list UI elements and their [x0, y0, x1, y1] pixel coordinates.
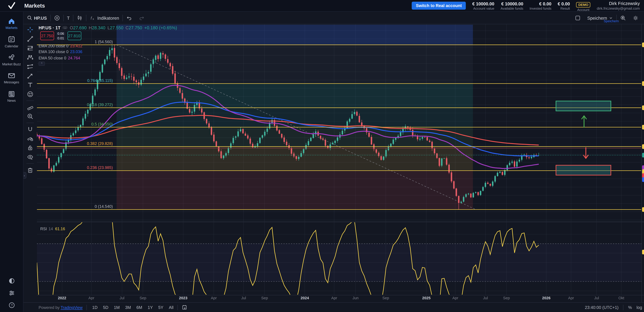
- interval-button[interactable]: T: [64, 12, 73, 24]
- stat-result: € 0.00 Result: [558, 1, 570, 10]
- powered-by-label: Powered by TradingView: [38, 305, 82, 310]
- help-icon[interactable]: ?: [8, 302, 15, 309]
- lock-all-tool-icon[interactable]: [27, 145, 34, 151]
- layout-button[interactable]: [571, 15, 584, 21]
- hide-series-button[interactable]: –: [62, 26, 68, 29]
- sell-button[interactable]: 27.750: [40, 31, 54, 40]
- log-scale-button[interactable]: log: [636, 305, 642, 310]
- remove-drawings-tool-icon[interactable]: [27, 167, 34, 173]
- chart-settings-button[interactable]: [629, 15, 642, 21]
- arrow-tool-icon[interactable]: [27, 72, 34, 79]
- envelope-icon: [8, 72, 16, 80]
- go-to-date-icon[interactable]: [182, 305, 188, 311]
- price-chip: 23.412: [642, 173, 644, 178]
- candlestick-icon: [77, 15, 83, 21]
- range-3m[interactable]: 3M: [125, 305, 131, 310]
- percent-scale-button[interactable]: %: [628, 305, 632, 310]
- price-chip: 61.16: [642, 250, 644, 254]
- range-buttons: 1D 5D 1M 3M 6M 1Y 5Y All: [92, 305, 174, 310]
- crosshair-tool-icon[interactable]: [27, 26, 34, 33]
- symbol-interval-label[interactable]: HP.US · 1T: [38, 25, 60, 30]
- svg-text:2022: 2022: [58, 296, 66, 300]
- sidebar-item-calendar[interactable]: Calendar: [5, 35, 18, 48]
- clock-label[interactable]: 23:40:00 (UTC+1): [585, 305, 618, 310]
- price-chip: 54.560: [642, 43, 644, 47]
- price-chip: 39.272: [642, 106, 644, 110]
- stat-invested-funds: € 0.00 Invested funds: [530, 1, 552, 10]
- rsi-legend-row[interactable]: RSI1461.16: [40, 226, 65, 231]
- range-6m[interactable]: 6M: [136, 305, 142, 310]
- svg-text:2026: 2026: [542, 296, 550, 300]
- price-chip: 23.036: [642, 177, 644, 182]
- target-box-upper: [556, 101, 611, 111]
- preferences-sliders-icon[interactable]: [8, 290, 15, 297]
- compare-add-button[interactable]: [50, 12, 63, 24]
- low-value: 27.550: [110, 25, 124, 30]
- theme-toggle-icon[interactable]: [8, 278, 15, 284]
- svg-text:Sep: Sep: [140, 296, 146, 300]
- sidebar-item-markets[interactable]: Markets: [6, 17, 18, 30]
- tradingview-link[interactable]: TradingView: [61, 305, 82, 310]
- svg-text:x: x: [93, 17, 94, 20]
- drawing-lock-tool-icon[interactable]: [27, 135, 34, 142]
- range-all[interactable]: All: [169, 305, 174, 310]
- undo-button[interactable]: [123, 12, 136, 24]
- fib-label: 0.618 (39.272): [87, 103, 113, 107]
- fib-label: 0.382 (29.828): [87, 141, 113, 146]
- svg-text:Apr: Apr: [568, 296, 574, 300]
- magnet-tool-icon[interactable]: [27, 126, 34, 133]
- svg-text:Okt: Okt: [618, 296, 624, 300]
- range-1y[interactable]: 1Y: [148, 305, 153, 310]
- zoom-in-tool-icon[interactable]: [27, 113, 34, 120]
- price-chart[interactable]: 1 (54.560)0.764 (45.115)0.618 (39.272)0.…: [37, 24, 644, 312]
- open-value: 27.690: [73, 25, 87, 30]
- price-chip: 29.828: [642, 144, 644, 149]
- chart-type-button[interactable]: [74, 12, 86, 24]
- chart-toolbar: HP.US T ƒx Indikatoren: [24, 12, 644, 24]
- chart-bottom-toolbar: Powered by TradingView 1D 5D 1M 3M 6M 1Y…: [24, 302, 644, 312]
- home-icon: [8, 17, 16, 25]
- fib-label: 0 (14.540): [95, 204, 113, 209]
- top-app-bar: Markets Switch to Real account € 10000.0…: [0, 0, 644, 12]
- sidebar-item-messages[interactable]: Messages: [4, 72, 19, 84]
- broker-logo[interactable]: [0, 1, 24, 10]
- range-1d[interactable]: 1D: [92, 305, 98, 310]
- text-tool-icon[interactable]: [27, 82, 34, 88]
- svg-text:2023: 2023: [179, 296, 188, 300]
- hide-drawings-tool-icon[interactable]: [27, 154, 34, 160]
- fib-label: 0.764 (45.115): [87, 78, 113, 83]
- close-value: 27.750: [129, 25, 142, 30]
- legend-collapse-button[interactable]: ^: [38, 61, 45, 66]
- page-title: Markets: [24, 2, 45, 9]
- svg-text:Jul: Jul: [120, 296, 124, 300]
- ema-100-row[interactable]: EMA 100 close 023.036: [38, 49, 82, 54]
- high-value: 28.340: [92, 25, 106, 30]
- gear-icon: [633, 15, 638, 21]
- buy-button[interactable]: 27.810: [67, 31, 81, 40]
- parallel-channel-tool-icon[interactable]: [27, 63, 34, 70]
- screenshot-button[interactable]: [642, 15, 644, 21]
- fib-retracement-tool-icon[interactable]: [27, 45, 34, 51]
- measure-tool-icon[interactable]: [27, 104, 34, 111]
- ema-200-row[interactable]: EMA 200 close 023.412: [38, 44, 82, 48]
- sidebar-item-market-buzz[interactable]: Market Buzz: [2, 53, 21, 66]
- range-5y[interactable]: 5Y: [158, 305, 164, 310]
- range-1m[interactable]: 1M: [114, 305, 120, 310]
- range-5d[interactable]: 5D: [103, 305, 108, 310]
- spread-values: 0.06 0.01: [56, 32, 65, 40]
- symbol-search[interactable]: HP.US: [24, 12, 50, 24]
- redo-button[interactable]: [136, 12, 148, 24]
- emoji-tool-icon[interactable]: [27, 91, 34, 98]
- indicators-button[interactable]: ƒx Indikatoren: [86, 12, 122, 24]
- price-chip: 23.985: [642, 169, 644, 174]
- trade-widget: 27.750 0.06 0.01 27.810: [40, 31, 81, 40]
- ema-50-row[interactable]: EMA 50 close 024.764: [38, 56, 80, 60]
- trading-app: Markets Switch to Real account € 10000.0…: [0, 0, 644, 312]
- svg-text:Jul: Jul: [594, 296, 599, 300]
- fib-label: 0.5 (34.550): [91, 122, 113, 126]
- trend-line-tool-icon[interactable]: [27, 36, 34, 42]
- sidebar-item-news[interactable]: News: [7, 90, 16, 103]
- switch-to-real-account-button[interactable]: Switch to Real account: [412, 2, 466, 10]
- svg-text:2024: 2024: [300, 296, 309, 300]
- xabcd-pattern-tool-icon[interactable]: [27, 54, 34, 61]
